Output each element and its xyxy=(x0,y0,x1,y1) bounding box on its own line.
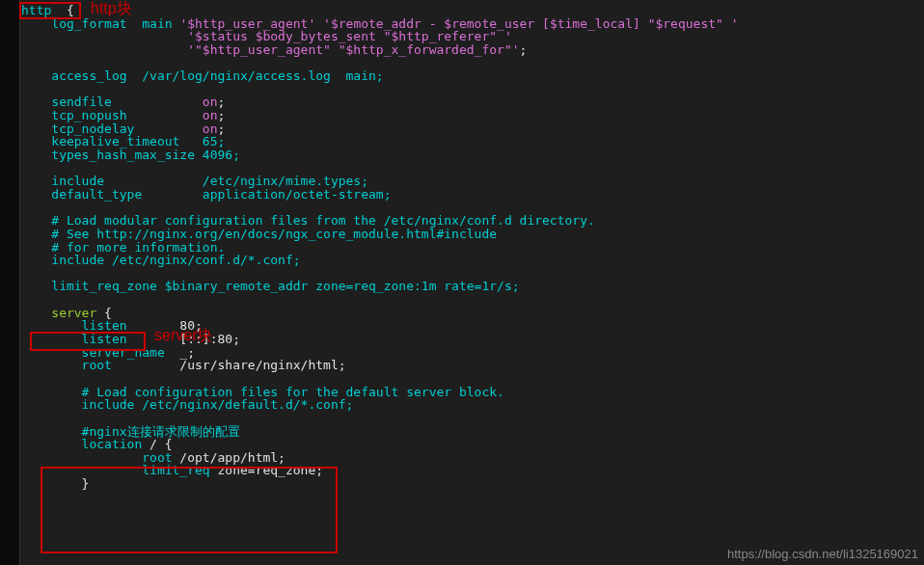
server-block-label: server块 xyxy=(154,328,212,344)
http-block-label: http块 xyxy=(91,1,132,17)
code-block: http { log_format main '$http_user_agent… xyxy=(21,4,739,491)
line-gutter xyxy=(0,0,20,565)
watermark: https://blog.csdn.net/li1325169021 xyxy=(727,548,918,561)
